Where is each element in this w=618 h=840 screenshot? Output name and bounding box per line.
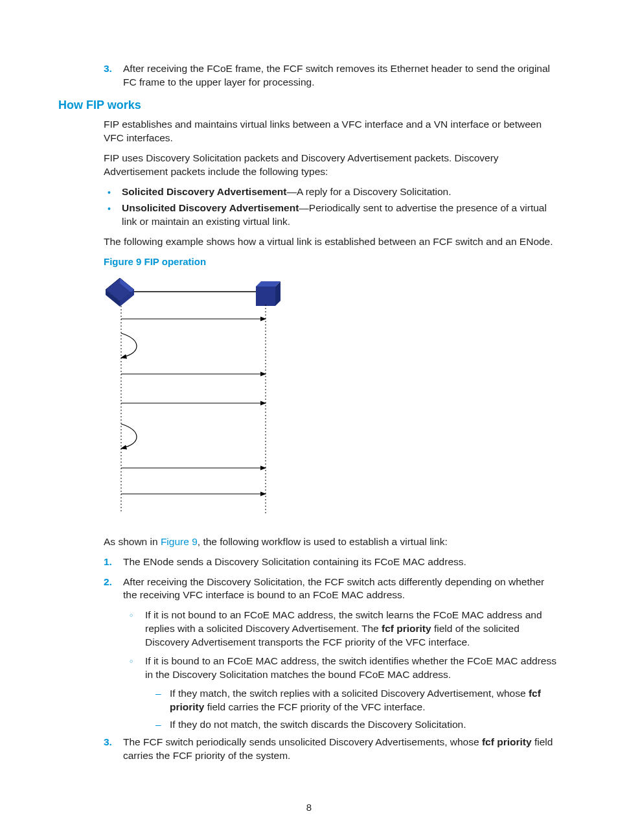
dash-list-item: – If they do not match, the switch disca…: [155, 718, 560, 732]
list-item: Solicited Discovery Advertisement—A repl…: [104, 185, 560, 199]
text: The FCF switch periodically sends unsoli…: [123, 736, 482, 747]
dash-bullet-icon: –: [155, 687, 170, 714]
sub-list-item: ○ If it is not bound to an FCoE MAC addr…: [130, 609, 560, 649]
text: If they match, the switch replies with a…: [170, 688, 529, 699]
dash-list: – If they match, the switch replies with…: [155, 687, 560, 732]
dash-text: If they match, the switch replies with a…: [170, 687, 560, 714]
ordered-step-1: 1. The ENode sends a Discovery Solicitat…: [58, 555, 560, 569]
figure-caption: Figure 9 FIP operation: [104, 255, 560, 268]
ordered-step-3: 3. The FCF switch periodically sends uns…: [58, 736, 560, 763]
section-heading: How FIP works: [58, 97, 560, 113]
text: field carries the FCF priority of the VF…: [204, 701, 425, 712]
bold-text: fcf priority: [382, 623, 431, 634]
paragraph: FIP uses Discovery Solicitation packets …: [104, 152, 560, 179]
step-text: The ENode sends a Discovery Solicitation…: [123, 555, 560, 569]
sub-text: If it is not bound to an FCoE MAC addres…: [145, 609, 560, 649]
step-number: 3.: [104, 62, 123, 89]
step-text: After receiving the FCoE frame, the FCF …: [123, 62, 560, 89]
text: As shown in: [104, 536, 161, 547]
ordered-step-2: 2. After receiving the Discovery Solicit…: [58, 576, 560, 603]
figure-link[interactable]: Figure 9: [161, 536, 198, 547]
step-number: 2.: [104, 576, 123, 603]
circle-bullet-icon: ○: [130, 609, 145, 649]
sub-list-item: ○ If it is bound to an FCoE MAC address,…: [130, 655, 560, 682]
step-text: After receiving the Discovery Solicitati…: [123, 576, 560, 603]
bullet-list: Solicited Discovery Advertisement—A repl…: [104, 185, 560, 229]
fip-diagram: [104, 274, 560, 524]
text: , the following workflow is used to esta…: [198, 536, 448, 547]
bullet-bold: Solicited Discovery Advertisement: [122, 186, 286, 197]
step-text: The FCF switch periodically sends unsoli…: [123, 736, 560, 763]
paragraph: The following example shows how a virtua…: [104, 235, 560, 249]
page-number: 8: [0, 801, 618, 814]
dash-text: If they do not match, the switch discard…: [170, 718, 560, 732]
circle-bullet-icon: ○: [130, 655, 145, 682]
ordered-step-3-top: 3. After receiving the FCoE frame, the F…: [58, 62, 560, 89]
dash-list-item: – If they match, the switch replies with…: [155, 687, 560, 714]
step-number: 3.: [104, 736, 123, 763]
sub-list: ○ If it is not bound to an FCoE MAC addr…: [130, 609, 560, 682]
bullet-bold: Unsolicited Discovery Advertisement: [122, 202, 299, 213]
sub-text: If it is bound to an FCoE MAC address, t…: [145, 655, 560, 682]
step-number: 1.: [104, 555, 123, 569]
svg-rect-4: [256, 286, 275, 306]
bold-text: fcf priority: [482, 736, 532, 747]
list-item: Unsolicited Discovery Advertisement—Peri…: [104, 202, 560, 229]
bullet-text: —A reply for a Discovery Solicitation.: [286, 186, 451, 197]
dash-bullet-icon: –: [155, 718, 170, 732]
paragraph: As shown in Figure 9, the following work…: [104, 535, 560, 549]
paragraph: FIP establishes and maintains virtual li…: [104, 118, 560, 145]
